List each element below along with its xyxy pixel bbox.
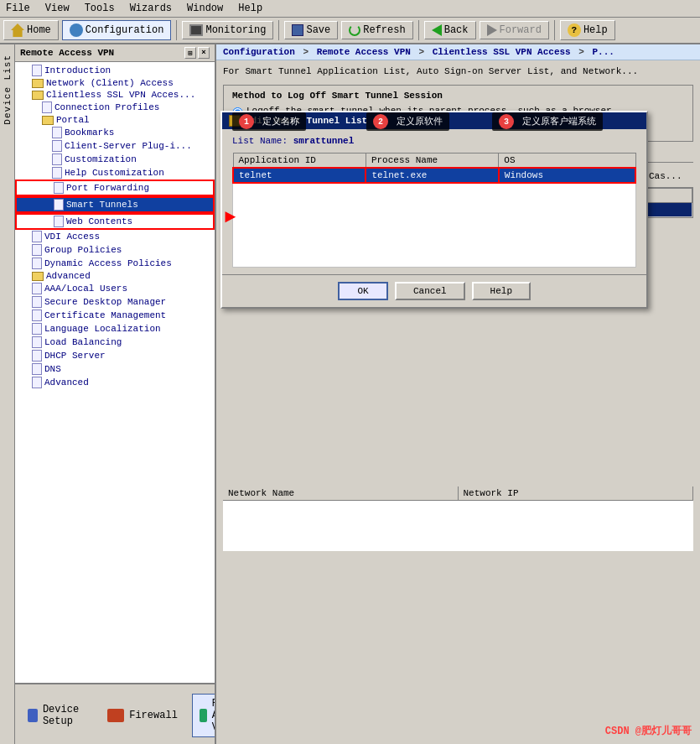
vpn-nav-icon [200,709,207,722]
home-button[interactable]: Home [3,20,59,40]
tree-item-9[interactable]: Port Forwarding [15,179,215,196]
page-icon [54,182,64,194]
network-section: Network Name Network IP [223,486,693,551]
config-icon [70,23,83,37]
dialog-col-appid: Application ID [233,153,366,169]
tree-item-19[interactable]: Language Localization [15,322,215,336]
menu-tools[interactable]: Tools [82,2,117,15]
annotation-3: 3 定义原客户端系统 [492,112,603,131]
tree-item-label: VDI Access [44,232,100,242]
method-box-title: Method to Log Off Smart Tunnel Session [232,91,684,101]
forward-icon [487,24,497,36]
menu-window[interactable]: Window [184,2,226,15]
tree-item-13[interactable]: Group Policies [15,243,215,257]
tree-item-18[interactable]: Certificate Management [15,309,215,322]
forward-button[interactable]: Forward [480,21,549,39]
tree-item-3[interactable]: Connection Profiles [15,101,215,114]
refresh-button[interactable]: Refresh [341,21,412,39]
panel-float-button[interactable]: ⊞ [184,47,196,59]
tree-item-0[interactable]: Introduction [15,64,215,77]
tree-item-label: Port Forwarding [66,183,149,193]
tree-item-17[interactable]: Secure Desktop Manager [15,295,215,309]
tree-item-label: Connection Profiles [54,102,159,112]
help-button[interactable]: ? Help [560,20,615,40]
info-text: For Smart Tunnel Application List, Auto … [223,65,693,78]
folder-icon [42,116,54,125]
menu-view[interactable]: View [43,2,72,15]
tree-item-10[interactable]: Smart Tunnels [15,196,215,213]
red-arrow-add: ► [225,207,236,228]
nav-item-2[interactable]: Remote Access VPN [192,694,216,737]
tree-item-16[interactable]: AAA/Local Users [15,282,215,295]
back-icon [432,24,442,36]
dialog-cell-os: Windows [499,168,635,183]
page-icon [52,167,62,179]
right-panel: Configuration > Remote Access VPN > Clie… [216,44,700,744]
folder-icon [32,91,44,100]
tree-item-15[interactable]: Advanced [15,270,215,282]
dialog-content: List Name: smrattunnel Application ID Pr… [222,129,646,274]
dialog-help-button[interactable]: Help [472,282,531,300]
ok-button[interactable]: OK [338,282,388,300]
cancel-button[interactable]: Cancel [395,282,465,300]
tree-item-1[interactable]: Network (Client) Access [15,77,215,89]
page-icon [32,283,42,294]
tree-item-4[interactable]: Portal [15,114,215,126]
page-icon [42,101,52,113]
tree-item-2[interactable]: Clientless SSL VPN Acces... [15,89,215,101]
tree-item-label: DHCP Server [44,351,106,361]
tree-item-label: Smart Tunnels [66,200,138,210]
dialog-table-row[interactable]: telnet telnet.exe Windows [233,168,635,183]
home-icon [11,23,24,37]
monitor-button[interactable]: Monitoring [182,21,273,39]
nav-label-1: Firewall [129,710,178,721]
nav-item-0[interactable]: Device Setup [20,700,93,731]
menu-bar: File View Tools Wizards Window Help [0,0,700,18]
setup-nav-icon [28,709,38,722]
tree-item-7[interactable]: Customization [15,153,215,166]
tree-item-6[interactable]: Client-Server Plug-i... [15,139,215,153]
save-button[interactable]: Save [284,21,338,39]
page-icon [32,65,42,76]
tree-item-label: AAA/Local Users [44,284,127,294]
menu-wizards[interactable]: Wizards [127,2,174,15]
tree-item-23[interactable]: Advanced [15,376,215,389]
tree-item-22[interactable]: DNS [15,362,215,376]
tree-item-label: Advanced [44,377,89,388]
main-layout: Device List Remote Access VPN ⊞ × Introd… [0,44,700,744]
tree-item-14[interactable]: Dynamic Access Policies [15,257,215,270]
dialog-cell-proc: telnet.exe [366,168,498,183]
toolbar: Home Configuration Monitoring Save Refre… [0,18,700,44]
page-icon [32,336,42,348]
back-button[interactable]: Back [424,21,476,39]
dialog-list-name-value: smrattunnel [293,136,355,146]
tree-item-8[interactable]: Help Customization [15,166,215,179]
menu-file[interactable]: File [3,2,33,15]
config-button[interactable]: Configuration [62,20,172,40]
dialog-col-os: OS [499,153,635,169]
dialog-footer: OK Cancel Help [222,274,646,307]
monitor-icon [189,24,203,36]
page-icon [32,244,42,256]
nav-item-1[interactable]: Firewall [100,705,185,726]
page-icon [32,377,42,388]
net-col-name: Network Name [223,486,459,500]
page-icon [52,140,62,152]
tree-item-5[interactable]: Bookmarks [15,126,215,139]
network-table-body [223,501,693,551]
tree-item-20[interactable]: Load Balancing [15,336,215,349]
tree-item-label: Help Customization [65,168,164,178]
panel-controls: ⊞ × [184,47,210,59]
tree-item-21[interactable]: DHCP Server [15,349,215,362]
menu-help[interactable]: Help [236,2,265,15]
tree-item-11[interactable]: Web Contents [15,213,215,230]
dialog-list-name-row: List Name: smrattunnel [232,136,636,146]
panel-close-button[interactable]: × [198,47,210,59]
tree-item-label: Network (Client) Access [46,78,174,88]
tree-item-label: Clientless SSL VPN Acces... [46,90,195,100]
tree-item-label: Portal [56,115,90,125]
dialog-box: Edit Smart Tunnel List List Name: smratt… [220,111,648,309]
net-col-ip: Network IP [459,486,694,500]
tree-item-12[interactable]: VDI Access [15,230,215,243]
tree-item-label: Customization [65,154,137,164]
